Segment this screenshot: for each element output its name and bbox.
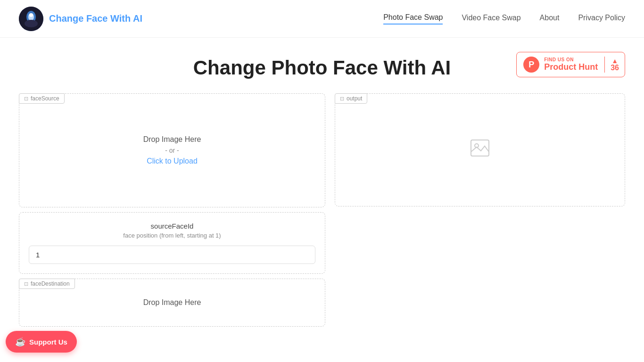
face-source-label-text: faceSource <box>31 95 59 102</box>
main-nav: Photo Face Swap Video Face Swap About Pr… <box>383 13 625 25</box>
nav-about[interactable]: About <box>540 14 560 24</box>
nav-privacy-policy[interactable]: Privacy Policy <box>578 14 625 24</box>
product-hunt-badge[interactable]: P FIND US ON Product Hunt ▲ 36 <box>516 52 625 77</box>
output-card: ⊡ output <box>335 93 625 206</box>
face-source-dropzone[interactable]: Drop Image Here - or - Click to Upload <box>19 94 325 207</box>
drop-upload-text: Click to Upload <box>147 157 198 165</box>
ph-arrow-icon: ▲ <box>611 58 618 64</box>
svg-point-3 <box>29 13 33 17</box>
face-source-icon: ⊡ <box>24 96 28 102</box>
panels-container: ⊡ faceSource Drop Image Here - or - Clic… <box>19 93 625 327</box>
face-destination-label: ⊡ faceDestination <box>19 279 75 289</box>
source-face-id-title: sourceFaceId <box>29 222 315 230</box>
source-face-id-input[interactable] <box>29 246 315 264</box>
face-destination-card: ⊡ faceDestination Drop Image Here <box>19 279 325 327</box>
right-panel: ⊡ output <box>335 93 625 327</box>
main-content: Change Photo Face With AI P FIND US ON P… <box>0 38 644 336</box>
header: Change Face With AI Photo Face Swap Vide… <box>0 0 644 38</box>
face-source-card: ⊡ faceSource Drop Image Here - or - Clic… <box>19 93 325 207</box>
dest-drop-main-text: Drop Image Here <box>143 298 201 307</box>
ph-name: Product Hunt <box>544 62 598 72</box>
logo-avatar <box>19 7 43 31</box>
ph-logo-icon: P <box>523 57 539 73</box>
output-icon: ⊡ <box>340 96 344 102</box>
face-source-label: ⊡ faceSource <box>19 93 65 104</box>
logo[interactable]: Change Face With AI <box>19 7 142 31</box>
svg-point-4 <box>25 20 38 27</box>
ph-left: P FIND US ON Product Hunt <box>517 57 605 73</box>
output-label-text: output <box>347 95 362 102</box>
left-panel: ⊡ faceSource Drop Image Here - or - Clic… <box>19 93 325 327</box>
output-label: ⊡ output <box>335 93 367 104</box>
support-label: Support Us <box>29 338 67 346</box>
nav-video-face-swap[interactable]: Video Face Swap <box>462 14 520 24</box>
drop-or-text: - or - <box>165 147 179 154</box>
ph-right: ▲ 36 <box>605 58 625 72</box>
nav-photo-face-swap[interactable]: Photo Face Swap <box>383 13 443 25</box>
face-destination-icon: ⊡ <box>24 281 28 287</box>
source-face-id-subtitle: face position (from left, starting at 1) <box>29 232 315 239</box>
ph-find-us: FIND US ON <box>544 57 598 62</box>
output-placeholder-icon <box>471 140 489 161</box>
source-face-id-card: sourceFaceId face position (from left, s… <box>19 212 325 274</box>
ph-text: FIND US ON Product Hunt <box>544 57 598 72</box>
support-button[interactable]: ☕ Support Us <box>6 331 77 353</box>
support-icon: ☕ <box>15 337 25 347</box>
drop-main-text: Drop Image Here <box>143 135 201 144</box>
logo-text: Change Face With AI <box>49 13 142 24</box>
ph-count: 36 <box>611 64 619 72</box>
face-destination-label-text: faceDestination <box>31 280 70 287</box>
